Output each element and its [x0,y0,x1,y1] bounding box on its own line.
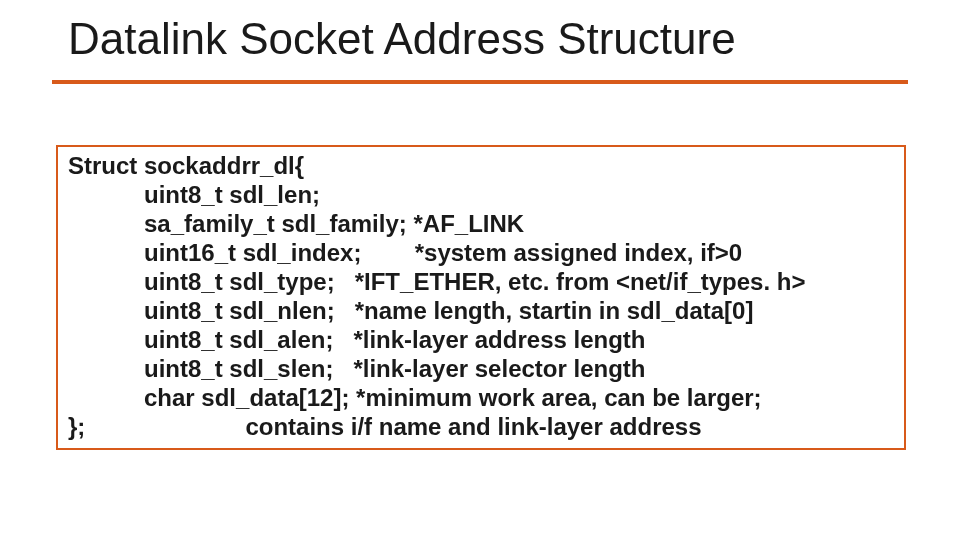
title-box: Datalink Socket Address Structure [52,0,908,84]
code-line-0: uint8_t sdl_len; [68,180,894,209]
code-line-3: uint8_t sdl_type; *IFT_ETHER, etc. from … [68,267,894,296]
code-line-1: sa_family_t sdl_family; *AF_LINK [68,209,894,238]
page-title: Datalink Socket Address Structure [68,14,892,64]
code-continuation: contains i/f name and link-layer address [245,413,701,440]
code-box: Struct sockaddrr_dl{ uint8_t sdl_len; sa… [56,145,906,450]
code-line-5: uint8_t sdl_alen; *link-layer address le… [68,325,894,354]
slide: Datalink Socket Address Structure Struct… [0,0,960,540]
code-line-4: uint8_t sdl_nlen; *name length, startin … [68,296,894,325]
code-line-7: char sdl_data[12]; *minimum work area, c… [68,383,894,412]
code-close: }; [68,413,85,440]
code-last-row: }; contains i/f name and link-layer addr… [68,412,894,441]
code-open: Struct sockaddrr_dl{ [68,151,894,180]
code-line-6: uint8_t sdl_slen; *link-layer selector l… [68,354,894,383]
code-line-2: uint16_t sdl_index; *system assigned ind… [68,238,894,267]
